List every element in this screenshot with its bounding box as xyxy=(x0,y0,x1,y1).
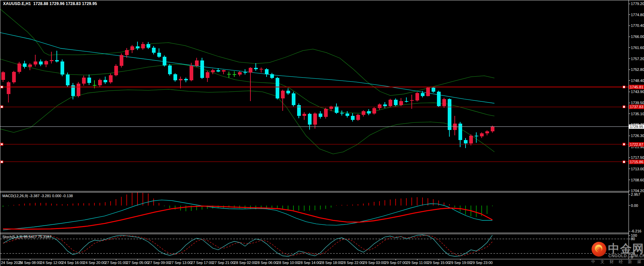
price-tick-label: 1766.00 xyxy=(631,35,644,39)
watermark-slogan: 中 文 财 经 新 媒 体 xyxy=(591,259,644,265)
price-tick-label: 1739.50 xyxy=(631,101,644,105)
price-tick-label: 1774.80 xyxy=(631,13,644,17)
price-tick-label: 1748.40 xyxy=(631,79,644,83)
time-tick-label: 29 Sep 19:00 xyxy=(449,261,471,265)
macd-indicator-label: MACD(12,26,9) -3.387 -3.281 0.000 -0.138 xyxy=(2,194,73,198)
time-tick-label: 29 Sep 11:00 xyxy=(406,261,428,265)
level-price-badge: 1722.87 xyxy=(629,142,644,146)
time-tick-label: 27 Sep 13:00 xyxy=(169,261,191,265)
time-tick-label: 24 Sep 08:00 xyxy=(19,261,41,265)
stoch-pane[interactable] xyxy=(0,235,629,256)
time-tick-label: 24 Sep 16:00 xyxy=(62,261,84,265)
time-tick-label: 27 Sep 21:00 xyxy=(212,261,234,265)
time-tick-label: 24 Sep 20:00 xyxy=(83,261,105,265)
current-price-badge: 1729.95 xyxy=(629,124,644,129)
chart-title: XAUUSD.E,H1 1728.88 1729.96 1728.83 1729… xyxy=(3,1,97,6)
price-tick-label: 1735.10 xyxy=(631,112,644,116)
candles-layer xyxy=(1,42,494,148)
watermark-domain: CNGOLD.COM.CN xyxy=(608,254,644,258)
time-tick-label: 28 Sep 18:00 xyxy=(320,261,342,265)
price-tick-label: 1717.50 xyxy=(631,156,644,160)
stoch-indicator-label: Stoch(5,3,3) 95.5417 75.3187 xyxy=(2,235,51,239)
macd-pane[interactable] xyxy=(3,192,492,230)
time-tick-label: 24 Sep 12:00 xyxy=(40,261,62,265)
macd-tick-label: 0.00 xyxy=(631,204,638,208)
price-tick-label: 1770.40 xyxy=(631,24,644,28)
pane-separators xyxy=(0,191,629,234)
price-tick-label: 1708.60 xyxy=(631,178,644,182)
price-tick-label: 1779.20 xyxy=(631,2,644,6)
macd-tick-label: -6.216 xyxy=(631,229,641,233)
time-tick-label: 27 Sep 09:00 xyxy=(148,261,170,265)
time-tick-label: 27 Sep 05:00 xyxy=(126,261,148,265)
time-tick-label: 29 Sep 15:00 xyxy=(428,261,449,265)
time-tick-label: 27 Sep 01:00 xyxy=(105,261,127,265)
time-tick-label: 28 Sep 14:00 xyxy=(298,261,320,265)
level-price-badge: 1737.83 xyxy=(629,105,644,109)
time-tick-label: 28 Sep 10:00 xyxy=(277,261,299,265)
macd-tick-label: 2.957 xyxy=(631,192,640,196)
mt4-chart-window: XAUUSD.E,H1 1728.88 1729.96 1728.83 1729… xyxy=(0,0,644,266)
axes xyxy=(0,0,644,260)
time-tick-label: 27 Sep 17:00 xyxy=(191,261,213,265)
cngold-watermark: 中金网 CNGOLD.COM.CN 中 文 财 经 新 媒 体 xyxy=(591,240,644,264)
time-tick-label: 29 Sep 07:00 xyxy=(385,261,406,265)
level-price-badge: 1715.86 xyxy=(629,160,644,164)
bollinger-bands xyxy=(0,9,494,154)
cngold-logo-icon xyxy=(591,241,607,257)
price-tick-label: 1713.00 xyxy=(631,167,644,171)
price-tick-label: 1761.60 xyxy=(631,46,644,50)
time-tick-label: 28 Sep 02:00 xyxy=(234,261,256,265)
time-tick-label: 28 Sep 06:00 xyxy=(255,261,277,265)
level-price-badge: 1745.81 xyxy=(629,85,644,89)
time-tick-label: 29 Sep 03:00 xyxy=(363,261,385,265)
time-tick-label: 29 Sep 23:00 xyxy=(471,261,492,265)
price-tick-label: 1743.90 xyxy=(631,90,644,94)
price-tick-label: 1752.80 xyxy=(631,68,644,72)
price-tick-label: 1726.30 xyxy=(631,134,644,138)
price-tick-label: 1757.20 xyxy=(631,57,644,61)
time-tick-label: 28 Sep 22:00 xyxy=(341,261,363,265)
chart-canvas[interactable] xyxy=(0,0,644,266)
